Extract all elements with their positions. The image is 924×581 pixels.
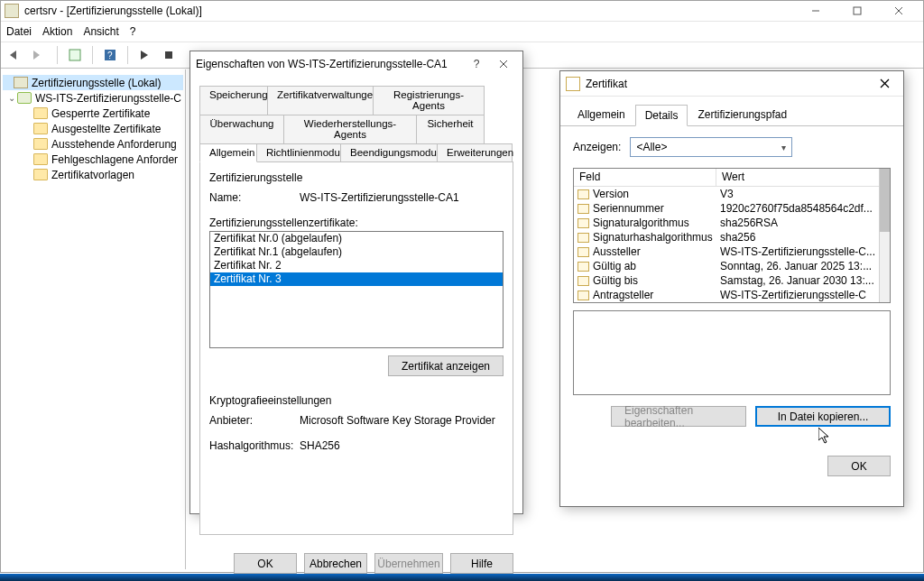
field-name: Aussteller	[593, 245, 641, 258]
field-icon	[578, 262, 589, 272]
menu-view[interactable]: Ansicht	[83, 25, 118, 38]
table-row[interactable]: Signaturalgorithmussha256RSA	[574, 216, 879, 230]
show-combo[interactable]: <Alle> ▾	[630, 137, 792, 157]
tab-agents[interactable]: Registrierungs-Agents	[373, 86, 485, 115]
field-icon	[578, 276, 589, 286]
cert-details-page: Anzeigen: <Alle> ▾ Feld Wert VersionV3 S…	[560, 126, 903, 436]
dialog-titlebar: Eigenschaften von WS-ITS-Zertifizierungs…	[190, 51, 522, 77]
stop-button[interactable]	[159, 45, 179, 65]
scroll-thumb[interactable]	[880, 169, 890, 232]
field-name: Version	[593, 188, 629, 200]
list-item[interactable]: Zertifikat Nr.0 (abgelaufen)	[210, 232, 503, 245]
ok-button[interactable]: OK	[827, 456, 891, 476]
tab-certmgr[interactable]: Zertifikatverwaltungen	[267, 86, 374, 115]
tabstrip-row1: Speicherung Zertifikatverwaltungen Regis…	[199, 86, 513, 161]
toolbar-separator	[127, 46, 128, 64]
table-row[interactable]: AusstellerWS-ITS-Zertifizierungsstelle-C…	[574, 244, 879, 259]
certs-label: Zertifizierungsstellenzertifikate:	[209, 217, 504, 229]
tree-templates[interactable]: Zertifikatvorlagen	[3, 167, 183, 182]
col-field[interactable]: Feld	[574, 169, 716, 186]
table-row[interactable]: Signaturhashalgorithmussha256	[574, 230, 879, 244]
close-button[interactable]	[878, 1, 919, 21]
hash-label: Hashalgorithmus:	[209, 439, 300, 452]
table-row[interactable]: AntragstellerWS-ITS-Zertifizierungsstell…	[574, 288, 879, 302]
help-icon[interactable]: ?	[463, 52, 490, 76]
hash-value: SHA256	[300, 439, 340, 452]
ca-root-icon	[14, 77, 28, 88]
ok-button[interactable]: OK	[234, 553, 297, 574]
ca-cert-list[interactable]: Zertifikat Nr.0 (abgelaufen) Zertifikat …	[209, 231, 504, 348]
tree-failed[interactable]: Fehlgeschlagene Anforder	[3, 152, 183, 167]
minimize-button[interactable]	[795, 1, 836, 21]
list-item-selected[interactable]: Zertifikat Nr. 3	[210, 272, 503, 286]
tree-root[interactable]: Zertifizierungsstelle (Lokal)	[3, 75, 183, 90]
tree-ca-label: WS-ITS-Zertifizierungsstelle-C	[35, 92, 181, 105]
tree-ca[interactable]: ⌄ WS-ITS-Zertifizierungsstelle-C	[3, 90, 183, 106]
tab-cert-details[interactable]: Details	[635, 105, 688, 126]
table-row[interactable]: Gültig abSonntag, 26. Januar 2025 13:...	[574, 259, 879, 273]
ca-icon	[17, 92, 32, 104]
menu-action[interactable]: Aktion	[42, 25, 72, 38]
list-item[interactable]: Zertifikat Nr. 2	[210, 259, 503, 272]
list-item[interactable]: Zertifikat Nr.1 (abgelaufen)	[210, 245, 503, 259]
play-button[interactable]	[135, 45, 155, 65]
help-button[interactable]: Hilfe	[450, 553, 513, 574]
tree-revoked[interactable]: Gesperrte Zertifikate	[3, 106, 183, 121]
tab-storage[interactable]: Speicherung	[199, 86, 268, 115]
menu-help[interactable]: ?	[130, 25, 136, 38]
maximize-button[interactable]	[836, 1, 878, 21]
chevron-down-icon: ▾	[781, 143, 786, 152]
tree-issued[interactable]: Ausgestellte Zertifikate	[3, 121, 183, 136]
apply-button[interactable]: Übernehmen	[374, 553, 443, 574]
table-row[interactable]: Gültig bisSamstag, 26. Januar 2030 13:..…	[574, 273, 879, 288]
help-button[interactable]: ?	[100, 45, 120, 65]
ca-section-label: Zertifizierungsstelle	[209, 171, 504, 184]
copy-to-file-button[interactable]: In Datei kopieren...	[755, 406, 891, 427]
tab-cert-general[interactable]: Allgemein	[568, 104, 635, 125]
cert-detail-table[interactable]: Feld Wert VersionV3 Seriennummer1920c276…	[573, 168, 891, 303]
field-name: Gültig bis	[593, 274, 638, 287]
close-icon[interactable]	[871, 72, 898, 96]
view-certificate-button[interactable]: Zertifikat anzeigen	[388, 355, 504, 376]
field-value-box[interactable]	[573, 310, 891, 395]
tab-recovery[interactable]: Wiederherstellungs-Agents	[283, 115, 417, 144]
forward-button[interactable]	[30, 45, 50, 65]
tree-item-label: Ausgestellte Zertifikate	[51, 123, 161, 135]
svg-rect-10	[165, 51, 172, 59]
col-value[interactable]: Wert	[716, 169, 879, 186]
field-name: Signaturhashalgorithmus	[593, 231, 713, 244]
collapse-icon[interactable]: ⌄	[6, 93, 17, 103]
tab-ext[interactable]: Erweiterungen	[437, 143, 513, 162]
table-row[interactable]: VersionV3	[574, 187, 879, 201]
tree-pending[interactable]: Ausstehende Anforderung	[3, 136, 183, 152]
crypto-section-label: Kryptografieeinstellungen	[209, 394, 504, 407]
field-icon	[578, 218, 589, 228]
tab-policy[interactable]: Richtlinienmodul	[256, 143, 341, 162]
tab-cert-path[interactable]: Zertifizierungspfad	[688, 104, 797, 125]
dialog-titlebar: Zertifikat	[560, 71, 903, 97]
back-button[interactable]	[6, 45, 26, 65]
field-value: 1920c2760f75da8548564c2df...	[716, 202, 879, 215]
tree-root-label: Zertifizierungsstelle (Lokal)	[32, 77, 161, 89]
field-value: WS-ITS-Zertifizierungsstelle-C	[716, 289, 879, 301]
field-value: WS-ITS-Zertifizierungsstelle-C...	[716, 245, 879, 258]
field-icon	[578, 247, 589, 257]
field-value: Samstag, 26. Januar 2030 13:...	[716, 274, 879, 287]
tab-general[interactable]: Allgemein	[199, 143, 257, 162]
svg-marker-4	[10, 51, 16, 60]
cancel-button[interactable]: Abbrechen	[304, 553, 367, 574]
tab-security[interactable]: Sicherheit	[416, 115, 485, 144]
scrollbar[interactable]	[879, 169, 890, 302]
edit-properties-button[interactable]: Eigenschaften bearbeiten...	[611, 406, 746, 427]
name-value: WS-ITS-Zertifizierungsstelle-CA1	[300, 191, 459, 204]
svg-rect-6	[69, 50, 80, 60]
field-icon	[578, 189, 589, 199]
close-icon[interactable]	[490, 52, 517, 76]
properties-button[interactable]	[65, 45, 85, 65]
tab-audit[interactable]: Überwachung	[199, 115, 284, 144]
tab-exit[interactable]: Beendigungsmodul	[340, 143, 438, 162]
tree-pane[interactable]: Zertifizierungsstelle (Lokal) ⌄ WS-ITS-Z…	[1, 69, 186, 569]
dialog-title: Eigenschaften von WS-ITS-Zertifizierungs…	[196, 58, 448, 70]
menu-file[interactable]: Datei	[6, 25, 32, 38]
table-row[interactable]: Seriennummer1920c2760f75da8548564c2df...	[574, 201, 879, 216]
